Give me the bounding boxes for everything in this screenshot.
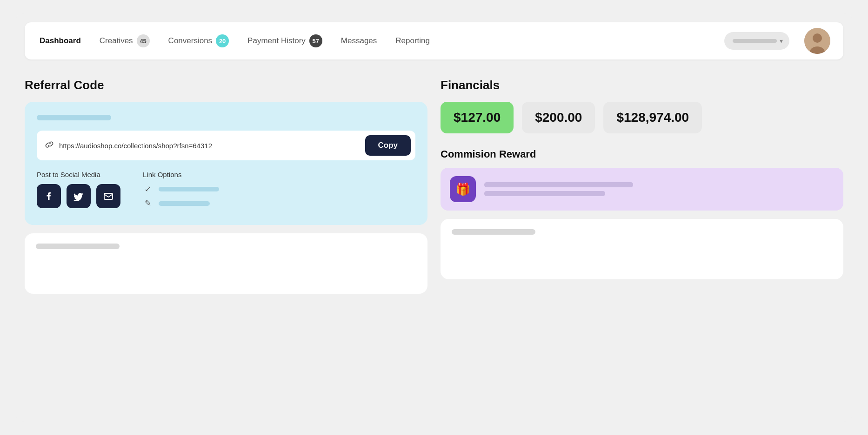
referral-card: https://audioshop.co/collections/shop?rf… — [25, 102, 427, 225]
gift-icon: 🎁 — [450, 176, 476, 202]
nav-item-creatives[interactable]: Creatives 45 — [98, 31, 152, 51]
nav-item-payment-history[interactable]: Payment History 57 — [246, 31, 324, 51]
link-options-label: Link Options — [143, 171, 219, 178]
commission-line-1 — [484, 182, 633, 187]
facebook-button[interactable] — [37, 184, 61, 208]
bottom-card-left — [25, 233, 427, 294]
financials-amounts: $127.00 $200.00 $128,974.00 — [441, 102, 843, 133]
commission-line-2 — [484, 191, 605, 196]
social-label: Post to Social Media — [37, 171, 120, 178]
twitter-button[interactable] — [67, 184, 91, 208]
nav-label-payment-history: Payment History — [247, 36, 306, 46]
nav-dropdown[interactable]: ▾ — [724, 32, 789, 50]
bottom-card-left-placeholder — [36, 244, 120, 249]
nav-label-dashboard: Dashboard — [40, 36, 81, 46]
chevron-down-icon: ▾ — [780, 37, 783, 45]
financials-title: Financials — [441, 78, 843, 92]
amount-value-2: $200.00 — [535, 110, 582, 125]
nav-label-reporting: Reporting — [395, 36, 430, 46]
amount-box-1: $127.00 — [441, 102, 514, 133]
social-media-group: Post to Social Media — [37, 171, 120, 208]
link-option-shrink[interactable]: ⤢ — [143, 184, 219, 194]
social-section: Post to Social Media — [37, 171, 415, 213]
commission-text-lines — [484, 182, 834, 196]
nav-item-dashboard[interactable]: Dashboard — [38, 33, 83, 49]
nav-item-conversions[interactable]: Conversions 20 — [167, 31, 231, 51]
financials-section: Financials $127.00 $200.00 $128,974.00 C… — [441, 78, 843, 294]
creatives-badge: 45 — [137, 34, 150, 47]
url-input-row: https://audioshop.co/collections/shop?rf… — [37, 131, 415, 160]
social-buttons — [37, 184, 120, 208]
bottom-card-right — [441, 219, 843, 279]
nav-bar: Dashboard Creatives 45 Conversions 20 Pa… — [25, 22, 843, 59]
payment-history-badge: 57 — [309, 34, 322, 47]
nav-label-messages: Messages — [341, 36, 377, 46]
commission-title: Commision Reward — [441, 148, 843, 160]
link-option-edit[interactable]: ✎ — [143, 198, 219, 208]
svg-rect-3 — [104, 193, 113, 199]
edit-icon: ✎ — [143, 198, 153, 208]
nav-label-conversions: Conversions — [168, 36, 213, 46]
svg-point-1 — [813, 33, 822, 43]
link-options-group: Link Options ⤢ ✎ — [143, 171, 219, 213]
bottom-card-right-placeholder — [452, 229, 535, 235]
link-icon — [44, 139, 54, 152]
amount-box-3: $128,974.00 — [603, 102, 702, 133]
amount-value-3: $128,974.00 — [616, 110, 689, 125]
commission-card: 🎁 — [441, 168, 843, 211]
avatar[interactable] — [804, 28, 830, 54]
main-content: Referral Code https://audioshop.co/colle… — [25, 78, 843, 294]
avatar-image — [804, 28, 830, 54]
amount-value-1: $127.00 — [454, 110, 501, 125]
link-opt-bar-2 — [159, 201, 210, 206]
dropdown-placeholder — [733, 39, 777, 43]
copy-button[interactable]: Copy — [365, 135, 411, 156]
email-button[interactable] — [96, 184, 120, 208]
link-opt-bar-1 — [159, 187, 219, 191]
shrink-icon: ⤢ — [143, 184, 153, 194]
referral-url: https://audioshop.co/collections/shop?rf… — [59, 142, 361, 150]
nav-item-reporting[interactable]: Reporting — [394, 33, 432, 49]
referral-section: Referral Code https://audioshop.co/colle… — [25, 78, 427, 294]
conversions-badge: 20 — [216, 34, 229, 47]
referral-title: Referral Code — [25, 78, 427, 92]
amount-box-2: $200.00 — [522, 102, 595, 133]
app-container: Dashboard Creatives 45 Conversions 20 Pa… — [15, 13, 853, 422]
nav-item-messages[interactable]: Messages — [339, 33, 379, 49]
referral-placeholder-bar — [37, 115, 111, 120]
nav-label-creatives: Creatives — [100, 36, 133, 46]
